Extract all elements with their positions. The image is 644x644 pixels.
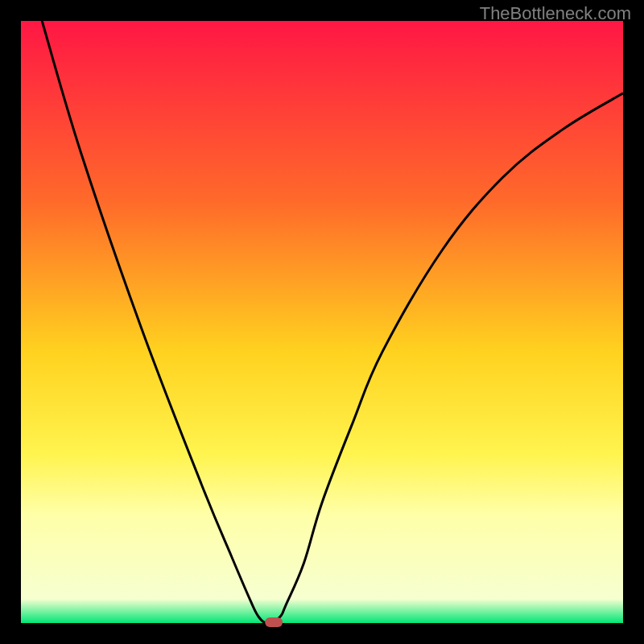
- plot-background: [21, 21, 623, 623]
- watermark-text: TheBottleneck.com: [480, 3, 631, 24]
- chart-frame: TheBottleneck.com: [0, 0, 644, 644]
- bottleneck-chart: [0, 0, 644, 644]
- optimum-marker: [265, 617, 283, 627]
